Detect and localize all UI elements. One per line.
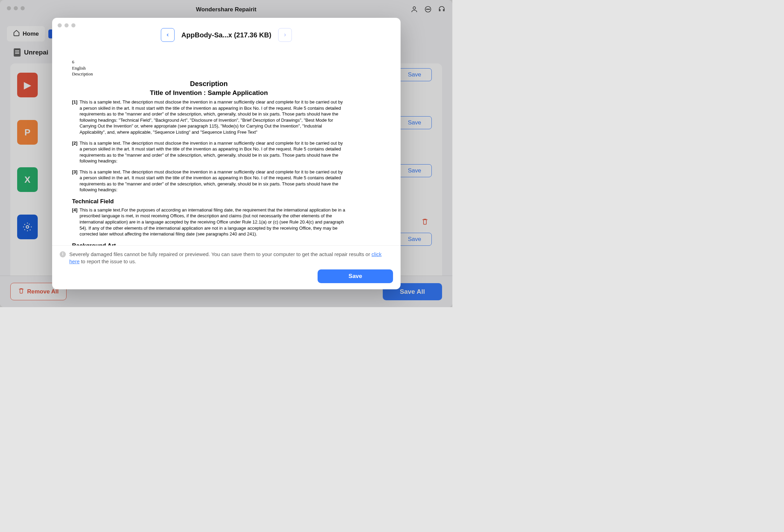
para-num: [4] bbox=[72, 207, 78, 237]
para-num: [1] bbox=[72, 99, 78, 135]
preview-modal: AppBody-Sa...x (217.36 KB) 6 English Des… bbox=[52, 18, 401, 289]
footer-note: i Severely damaged files cannot be fully… bbox=[60, 251, 393, 266]
doc-language: English bbox=[72, 65, 346, 71]
section-technical-field: Technical Field bbox=[72, 198, 346, 206]
doc-heading: Description bbox=[72, 79, 346, 88]
doc-section-label: Description bbox=[72, 71, 346, 77]
modal-header: AppBody-Sa...x (217.36 KB) bbox=[52, 18, 401, 49]
modal-minimize-dot[interactable] bbox=[64, 23, 69, 27]
modal-save-button[interactable]: Save bbox=[318, 269, 393, 283]
modal-zoom-dot[interactable] bbox=[71, 23, 75, 27]
modal-footer: i Severely damaged files cannot be fully… bbox=[52, 245, 401, 290]
footer-note-text-1: Severely damaged files cannot be fully r… bbox=[69, 251, 371, 257]
para-text: This is a sample text. The description m… bbox=[80, 169, 346, 193]
document-preview: 6 English Description Description Title … bbox=[72, 49, 346, 245]
section-background-art: Background Art bbox=[72, 242, 346, 245]
para-text: This is a sample text. The description m… bbox=[80, 99, 346, 135]
preview-scroll-area[interactable]: 6 English Description Description Title … bbox=[52, 49, 401, 245]
modal-close-dot[interactable] bbox=[58, 23, 62, 27]
para-text: This is a sample text. The description m… bbox=[80, 140, 346, 164]
modal-window-controls[interactable] bbox=[58, 23, 75, 27]
modal-file-title: AppBody-Sa...x (217.36 KB) bbox=[181, 31, 271, 39]
para-text: This is a sample text.For the purposes o… bbox=[80, 207, 346, 237]
info-icon: i bbox=[60, 251, 66, 257]
doc-subheading: Title of Invention : Sample Application bbox=[72, 88, 346, 97]
page-number: 6 bbox=[72, 59, 346, 65]
para-num: [3] bbox=[72, 169, 78, 193]
para-num: [2] bbox=[72, 140, 78, 164]
footer-note-text-2: to report the issue to us. bbox=[80, 258, 136, 264]
prev-file-button[interactable] bbox=[161, 28, 175, 42]
next-file-button[interactable] bbox=[278, 28, 292, 42]
